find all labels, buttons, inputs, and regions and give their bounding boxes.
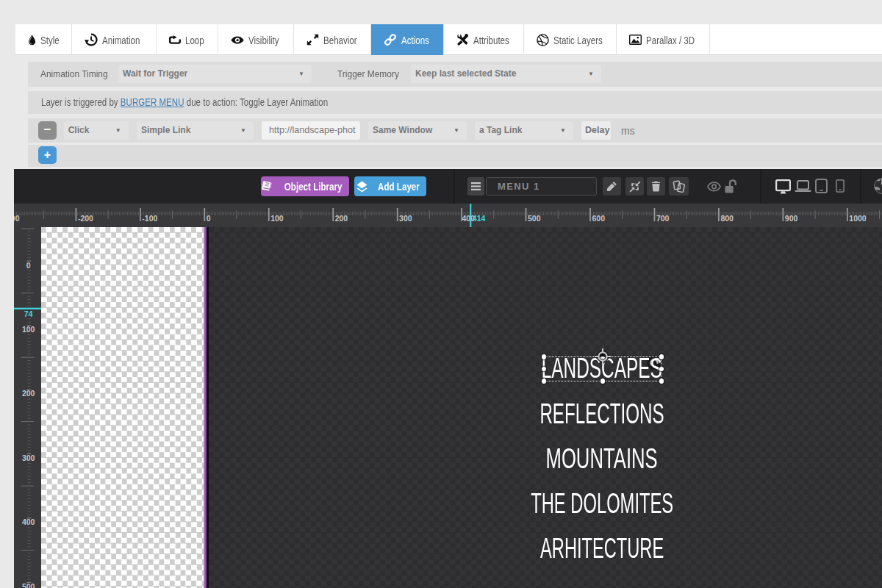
svg-text:100: 100 (22, 325, 35, 334)
svg-text:-100: -100 (142, 214, 157, 223)
svg-text:100: 100 (270, 214, 284, 223)
svg-text:-300: -300 (14, 214, 20, 223)
svg-text:900: 900 (785, 214, 798, 223)
svg-text:1000: 1000 (849, 214, 867, 223)
svg-text:400: 400 (22, 517, 35, 526)
svg-text:200: 200 (22, 389, 35, 398)
svg-text:414: 414 (473, 214, 486, 223)
svg-text:-200: -200 (78, 214, 93, 223)
svg-text:800: 800 (720, 214, 734, 223)
svg-text:0: 0 (26, 261, 31, 270)
svg-text:600: 600 (592, 214, 606, 223)
svg-text:300: 300 (399, 214, 412, 223)
svg-text:500: 500 (528, 214, 541, 223)
svg-text:74: 74 (24, 309, 33, 318)
svg-text:700: 700 (656, 214, 670, 223)
svg-text:0: 0 (207, 214, 211, 223)
svg-text:200: 200 (335, 214, 348, 223)
svg-text:300: 300 (22, 453, 35, 462)
svg-text:500: 500 (22, 582, 35, 588)
